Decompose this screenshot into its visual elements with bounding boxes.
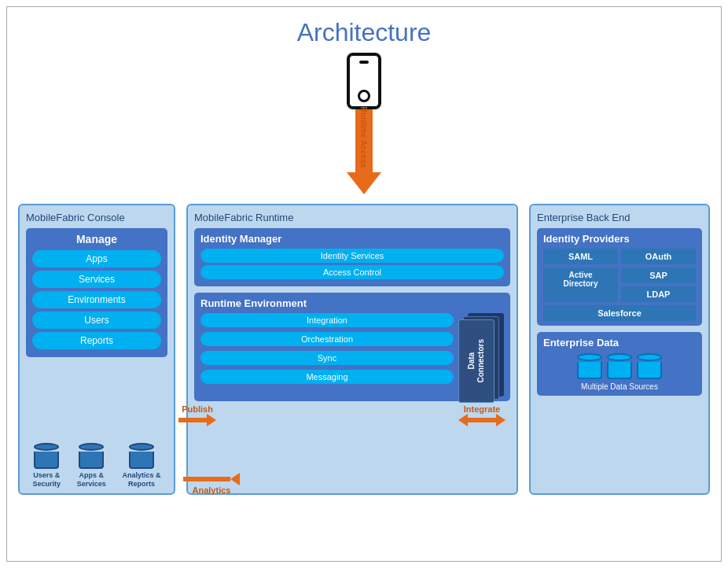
bottom-icons: Users &Security Apps &Services Analytics… [20,443,174,489]
runtime-access-label: Runtime Access [355,109,373,164]
pill-orchestration: Orchestration [200,332,454,346]
ip-ldap: LDAP [621,286,696,302]
pill-sync: Sync [200,351,454,365]
identity-providers-box: Identity Providers SAML OAuth ActiveDire… [537,228,702,326]
manage-title: Manage [32,233,161,245]
data-connectors-label: DataConnectors [467,339,486,383]
panel-enterprise: Enterprise Back End Identity Providers S… [529,204,710,495]
publish-arrow [178,414,216,426]
runtime-items: Integration Orchestration Sync Messaging [200,313,454,396]
ip-salesforce: Salesforce [543,305,696,321]
integrate-arrow [458,414,506,426]
icon-label-apps: Apps &Services [77,471,106,489]
runtime-env-title: Runtime Environment [200,297,504,309]
icon-users-security: Users &Security [32,443,61,489]
enterprise-db-row [543,353,696,379]
panel-runtime: MobileFabric Runtime Identity Manager Id… [186,204,518,495]
db-icon-analytics [129,443,154,469]
panels-row: MobileFabric Console Manage Apps Service… [18,204,710,495]
multiple-data-sources-label: Multiple Data Sources [543,382,696,391]
ed-db3 [637,353,662,379]
pill-environments: Environments [32,291,161,308]
phone-area [347,53,381,109]
pill-identity-services: Identity Services [200,249,504,263]
runtime-env-row: Integration Orchestration Sync Messaging… [200,313,504,396]
phone-icon [347,53,381,109]
outer-border: Architecture Runtime Access MobileFabric… [6,6,722,562]
db-icon-users [34,443,59,469]
runtime-env-box: Runtime Environment Integration Orchestr… [194,293,510,401]
panel-console: MobileFabric Console Manage Apps Service… [18,204,175,495]
identity-providers-title: Identity Providers [543,233,696,245]
integrate-label: Integrate [464,404,500,414]
ip-active-directory: ActiveDirectory [543,267,618,302]
runtime-arrow [347,172,381,194]
icon-apps-services: Apps &Services [77,443,106,489]
publish-label: Publish [182,404,213,414]
icon-label-users: Users &Security [32,471,61,489]
ed-db1 [577,353,602,379]
enterprise-label: Enterprise Back End [537,212,702,223]
identity-manager-box: Identity Manager Identity Services Acces… [194,228,510,286]
icon-analytics-reports: Analytics &Reports [123,443,161,489]
pill-apps: Apps [32,250,161,267]
runtime-label: MobileFabric Runtime [194,212,510,223]
icon-label-analytics: Analytics &Reports [123,471,161,489]
ip-saml: SAML [543,249,618,264]
enterprise-data-title: Enterprise Data [543,337,696,349]
console-label: MobileFabric Console [26,212,167,223]
manage-box: Manage Apps Services Environments Users … [26,228,167,357]
data-connectors-stack: DataConnectors [457,313,504,396]
ip-sap: SAP [621,267,696,283]
pill-messaging: Messaging [200,370,454,384]
analytics-label: Analytics [193,485,231,495]
integrate-arrow-group: Integrate [458,404,506,426]
identity-providers-grid: SAML OAuth ActiveDirectory SAP LDAP Sale… [543,249,696,321]
publish-arrow-group: Publish [178,404,216,426]
pill-services: Services [32,271,161,288]
ed-db2 [607,353,632,379]
pill-integration: Integration [200,313,454,327]
page-title: Architecture [7,7,721,53]
analytics-arrow [183,473,240,485]
enterprise-data-box: Enterprise Data Multiple Data [537,332,702,396]
pill-reports: Reports [32,332,161,349]
pill-access-control: Access Control [200,265,504,279]
analytics-arrow-group: Analytics [183,473,240,495]
db-icon-apps [79,443,104,469]
pill-users: Users [32,312,161,329]
ip-oauth: OAuth [621,249,696,264]
identity-manager-title: Identity Manager [200,233,504,245]
